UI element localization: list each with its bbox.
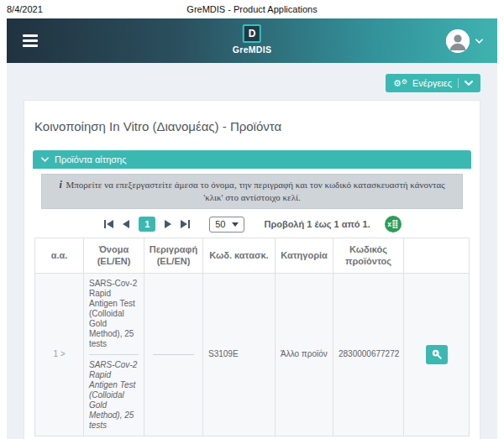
chevron-down-icon — [465, 81, 473, 86]
panel-title: Προϊόντα αίτησης — [55, 154, 126, 165]
page: 8/4/2021 GreMDIS - Product Applications … — [0, 0, 504, 439]
row-index-cell[interactable]: 1 > — [35, 273, 84, 436]
user-menu[interactable] — [446, 29, 483, 53]
col-header-manufacturer-code: Κωδ. κατασκ. — [203, 238, 276, 274]
col-header-index: α.α. — [35, 238, 84, 274]
col-header-actions — [404, 238, 470, 274]
table-header-row: α.α. Όνομα (EL/EN) Περιγραφή (EL/EN) Κωδ… — [35, 238, 470, 274]
last-page-button[interactable] — [179, 218, 192, 230]
chevron-down-icon — [475, 39, 483, 44]
info-box: i Μπορείτε να επεξεργαστείτε άμεσα το όν… — [41, 174, 463, 209]
current-page[interactable]: 1 — [139, 217, 155, 232]
view-details-button[interactable] — [426, 345, 448, 364]
magnifier-plus-icon — [431, 348, 443, 360]
col-header-name: Όνομα (EL/EN) — [84, 238, 144, 274]
category-cell: Άλλο προϊόν — [276, 273, 333, 436]
actions-label: Ενέργειες — [412, 78, 452, 88]
products-panel: Προϊόντα αίτησης i Μπορείτε να επεξεργασ… — [33, 150, 471, 436]
first-page-button[interactable] — [102, 218, 115, 230]
col-header-product-code: Κωδικός προϊόντος — [333, 238, 404, 274]
pagination-summary: Προβολή 1 έως 1 από 1. — [264, 219, 370, 229]
product-code-cell: 2830000677272 — [333, 273, 404, 436]
pagination: 1 50 Προβολή 1 έως 1 από 1. — [33, 216, 471, 233]
content-area: ⚙⚙ Ενέργειες Κοινοποίηση In Vitro (Διανο… — [7, 63, 497, 439]
page-size-value: 50 — [215, 219, 225, 229]
name-el: SARS-Cov-2 Rapid Antigen Test (Colloidal… — [89, 279, 139, 349]
navbar: D GreMDIS — [7, 18, 497, 63]
next-page-button[interactable] — [163, 218, 173, 230]
avatar — [446, 29, 470, 53]
app-window: D GreMDIS ⚙⚙ — [7, 18, 497, 439]
manufacturer-code-cell[interactable]: S3109E — [203, 273, 276, 436]
info-message: Μπορείτε να επεξεργαστείτε άμεσα το όνομ… — [66, 180, 445, 202]
app-name: GreMDIS — [233, 44, 271, 55]
info-icon: i — [59, 179, 61, 191]
gears-icon: ⚙⚙ — [393, 79, 407, 88]
logo-letter: D — [249, 28, 256, 39]
print-header: 8/4/2021 GreMDIS - Product Applications — [0, 0, 504, 18]
actions-row: ⚙⚙ Ενέργειες — [24, 74, 480, 92]
main-card: Κοινοποίηση In Vitro (Διανομέας) - Προϊό… — [24, 100, 480, 439]
name-en: SARS-Cov-2 Rapid Antigen Test (Colloidal… — [89, 360, 139, 431]
prev-page-button[interactable] — [121, 218, 131, 230]
col-header-category: Κατηγορία — [276, 238, 333, 274]
excel-export-icon[interactable]: x — [385, 216, 402, 233]
actions-button[interactable]: ⚙⚙ Ενέργειες — [386, 74, 480, 92]
print-date: 8/4/2021 — [7, 4, 43, 14]
print-title: GreMDIS - Product Applications — [186, 4, 317, 14]
chevron-down-icon — [41, 157, 49, 162]
col-header-description: Περιγραφή (EL/EN) — [144, 238, 203, 274]
logo-icon: D — [243, 24, 261, 43]
table-row: 1 > SARS-Cov-2 Rapid Antigen Test (Collo… — [35, 273, 470, 436]
products-table: α.α. Όνομα (EL/EN) Περιγραφή (EL/EN) Κωδ… — [34, 238, 470, 436]
action-cell — [404, 273, 470, 436]
page-size-select[interactable]: 50 — [209, 217, 244, 233]
panel-header-products[interactable]: Προϊόντα αίτησης — [33, 150, 471, 169]
page-title: Κοινοποίηση In Vitro (Διανομέας) - Προϊό… — [34, 119, 470, 133]
menu-icon[interactable] — [21, 31, 39, 50]
app-logo[interactable]: D GreMDIS — [233, 24, 271, 55]
select-caret-icon — [232, 222, 239, 227]
description-cell[interactable] — [144, 273, 203, 436]
name-cell[interactable]: SARS-Cov-2 Rapid Antigen Test (Colloidal… — [84, 273, 144, 436]
svg-text:x: x — [387, 220, 391, 228]
